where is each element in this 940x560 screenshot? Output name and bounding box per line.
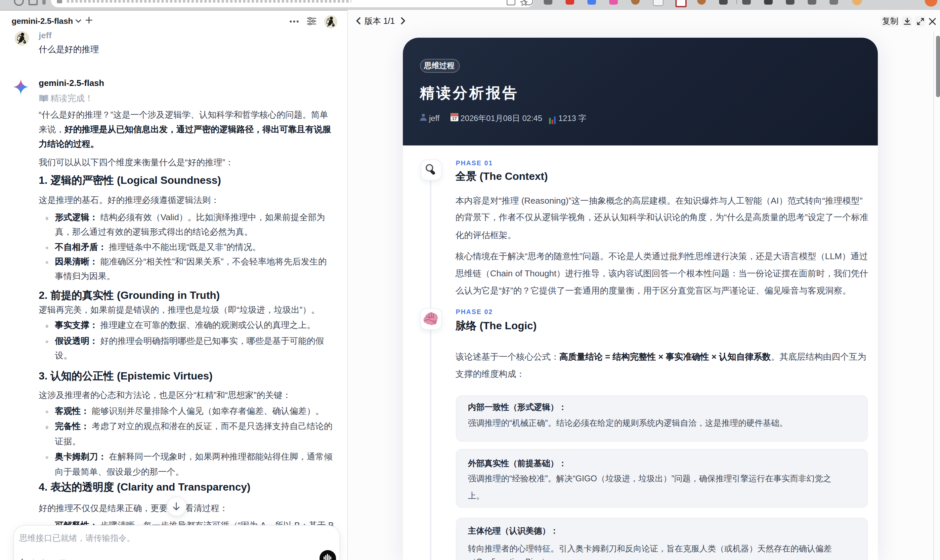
- svg-text:17: 17: [452, 116, 457, 121]
